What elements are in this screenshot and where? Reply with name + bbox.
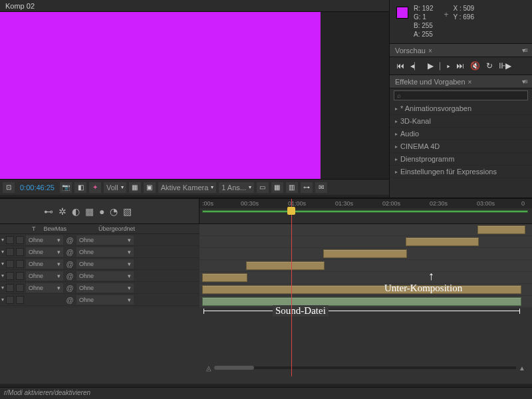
track-matte-dropdown[interactable]: Ohne▾ — [26, 247, 63, 257]
precomp-clip[interactable] — [202, 285, 521, 294]
current-time-display[interactable]: 0:00:46:25 — [17, 184, 57, 192]
effects-category[interactable]: ▸* Animationsvorgaben — [390, 102, 532, 115]
layer-control-row[interactable]: ▾Ohne▾@Ohne▾ — [0, 258, 200, 270]
pickwhip-icon[interactable]: @ — [65, 295, 74, 305]
panel-menu-icon[interactable]: ▾≡ — [522, 78, 527, 85]
parent-dropdown[interactable]: Ohne▾ — [76, 283, 134, 293]
zoom-out-icon[interactable]: ◬ — [203, 364, 214, 372]
layer-clip[interactable] — [406, 237, 479, 246]
last-frame-icon[interactable]: ⏭ — [456, 61, 464, 70]
graph-icon[interactable]: ▧ — [123, 206, 132, 217]
switch-toggle[interactable] — [16, 272, 24, 280]
zoom-track[interactable] — [214, 366, 516, 369]
layer-control-row[interactable]: ▾Ohne▾@Ohne▾ — [0, 282, 200, 294]
snapshot-icon[interactable]: 📷 — [60, 182, 72, 193]
track-matte-dropdown[interactable]: Ohne▾ — [26, 271, 63, 281]
switch-toggle[interactable] — [6, 284, 14, 292]
track-row[interactable] — [200, 248, 532, 260]
pixel-aspect-icon[interactable]: ▭ — [257, 182, 269, 193]
brainstorm-icon[interactable]: ● — [99, 206, 104, 217]
color-mgmt-icon[interactable]: ✦ — [89, 182, 101, 193]
loop-icon[interactable]: ↻ — [486, 61, 493, 70]
pickwhip-icon[interactable]: @ — [65, 271, 74, 281]
effects-category[interactable]: ▸3D-Kanal — [390, 115, 532, 128]
audio-clip[interactable] — [202, 297, 521, 306]
preview-panel-header[interactable]: Vorschau× ▾≡ — [390, 43, 532, 57]
layer-clip[interactable] — [202, 273, 247, 282]
chevron-down-icon[interactable]: ▾ — [1, 285, 4, 291]
first-frame-icon[interactable]: ⏮ — [396, 61, 404, 70]
track-row[interactable] — [200, 224, 532, 236]
switch-toggle[interactable] — [16, 236, 24, 244]
switch-toggle[interactable] — [6, 272, 14, 280]
chevron-down-icon[interactable]: ▾ — [1, 297, 4, 303]
fast-preview-icon[interactable]: ▦ — [271, 182, 283, 193]
show-channel-icon[interactable]: ◧ — [74, 182, 86, 193]
mask-icon[interactable]: ▣ — [144, 182, 156, 193]
frame-blend-icon[interactable]: ▦ — [85, 206, 94, 217]
switch-toggle[interactable] — [16, 260, 24, 268]
mute-icon[interactable]: 🔇 — [470, 61, 480, 70]
track-row[interactable] — [200, 284, 532, 296]
chevron-down-icon[interactable]: ▾ — [1, 237, 4, 243]
pickwhip-icon[interactable]: @ — [65, 235, 74, 245]
track-row[interactable] — [200, 236, 532, 248]
effects-panel-header[interactable]: Effekte und Vorgaben× ▾≡ — [390, 74, 532, 88]
prev-frame-icon[interactable]: ◂⎸ — [410, 61, 422, 70]
magnify-icon[interactable]: ⊡ — [3, 182, 15, 193]
parent-dropdown[interactable]: Ohne▾ — [76, 259, 134, 269]
track-matte-dropdown[interactable]: Ohne▾ — [26, 283, 63, 293]
views-dropdown[interactable]: 1 Ans...▾ — [219, 182, 254, 193]
switch-toggle[interactable] — [6, 248, 14, 256]
track-area[interactable]: ↑ Unter-Komposition Sound-Datei — [200, 224, 532, 308]
grid-icon[interactable]: ▦ — [129, 182, 141, 193]
switch-toggle[interactable] — [16, 248, 24, 256]
layer-control-row[interactable]: ▾@Ohne▾ — [0, 294, 200, 306]
motion-blur-icon[interactable]: ◐ — [72, 206, 80, 217]
chevron-down-icon[interactable]: ▾ — [1, 273, 4, 279]
chevron-down-icon[interactable]: ▾ — [1, 261, 4, 267]
panel-menu-icon[interactable]: ▾≡ — [522, 47, 527, 54]
work-area-bar[interactable] — [202, 210, 528, 213]
reset-exposure-icon[interactable]: ✉ — [315, 182, 327, 193]
track-matte-dropdown[interactable]: Ohne▾ — [26, 235, 63, 245]
chevron-down-icon[interactable]: ▾ — [1, 249, 4, 255]
track-row[interactable] — [200, 272, 532, 284]
effects-category[interactable]: ▸Dienstprogramm — [390, 153, 532, 166]
track-matte-dropdown[interactable]: Ohne▾ — [26, 259, 63, 269]
timeline-zoom[interactable]: ◬ ▲ — [200, 365, 532, 370]
ram-preview-icon[interactable]: ⊪▶ — [499, 61, 511, 70]
layer-clip[interactable] — [477, 225, 525, 234]
composition-tab[interactable]: Komp 02 — [0, 0, 389, 12]
layer-control-row[interactable]: ▾Ohne▾@Ohne▾ — [0, 270, 200, 282]
effects-search-input[interactable] — [394, 90, 528, 100]
auto-keyframe-icon[interactable]: ◔ — [110, 206, 118, 217]
parent-dropdown[interactable]: Ohne▾ — [76, 247, 134, 257]
parent-dropdown[interactable]: Ohne▾ — [76, 295, 134, 305]
layer-control-row[interactable]: ▾Ohne▾@Ohne▾ — [0, 246, 200, 258]
track-row[interactable] — [200, 296, 532, 308]
effects-category[interactable]: ▸Einstellungen für Expressions — [390, 166, 532, 178]
zoom-handle[interactable] — [214, 366, 254, 370]
switch-toggle[interactable] — [16, 284, 24, 292]
close-icon[interactable]: × — [468, 78, 472, 86]
switch-toggle[interactable] — [6, 236, 14, 244]
layer-clip[interactable] — [246, 261, 325, 270]
close-icon[interactable]: × — [428, 47, 432, 55]
layer-clip[interactable] — [323, 249, 407, 258]
pickwhip-icon[interactable]: @ — [65, 259, 74, 269]
layer-control-row[interactable]: ▾Ohne▾@Ohne▾ — [0, 234, 200, 246]
pickwhip-icon[interactable]: @ — [65, 247, 74, 257]
composition-canvas[interactable] — [0, 12, 321, 179]
parent-dropdown[interactable]: Ohne▾ — [76, 271, 134, 281]
draft3d-icon[interactable]: ✲ — [59, 206, 66, 217]
time-ruler[interactable]: :00s 00:30s 01:00s 01:30s 02:00s 02:30s … — [200, 199, 532, 224]
play-icon[interactable]: ▶ — [428, 61, 434, 70]
graph-editor-icon[interactable]: ⊷ — [44, 206, 53, 217]
pickwhip-icon[interactable]: @ — [65, 283, 74, 293]
camera-dropdown[interactable]: Aktive Kamera▾ — [158, 182, 217, 193]
switch-toggle[interactable] — [6, 260, 14, 268]
cti-playhead[interactable] — [287, 207, 295, 215]
parent-dropdown[interactable]: Ohne▾ — [76, 235, 134, 245]
switch-toggle[interactable] — [16, 296, 24, 304]
